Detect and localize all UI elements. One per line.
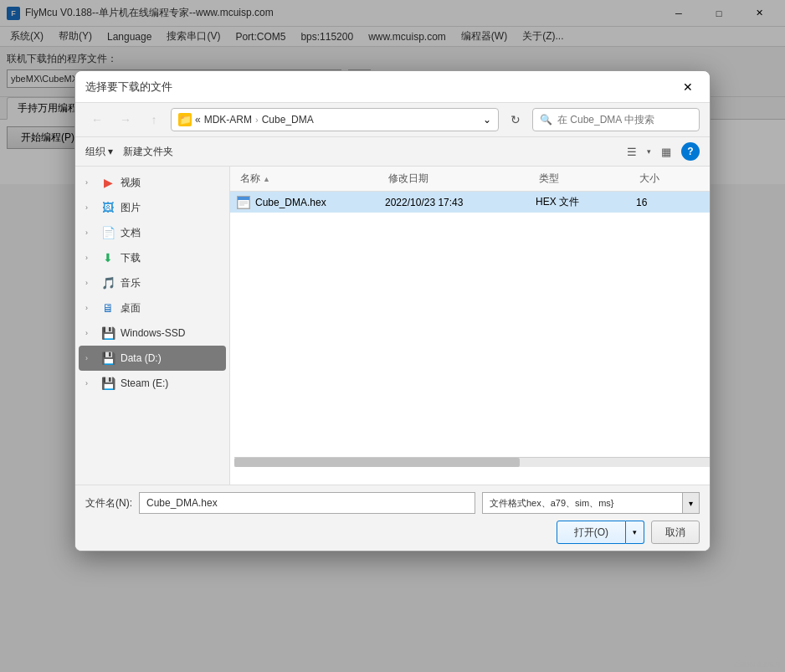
dialog-overlay: 选择要下载的文件 ✕ ← → ↑ 📁 « MDK-ARM › Cube_DMA …	[0, 0, 785, 672]
sidebar-item-image[interactable]: › 🖼 图片	[79, 195, 226, 220]
sidebar-item-label: 图片	[121, 201, 141, 215]
open-btn-wrapper: 打开(O) ▾	[557, 521, 644, 544]
dialog-footer: 文件名(N): ▾ 打开(O) ▾ 取消	[75, 485, 710, 551]
view-grid-button[interactable]: ▦	[654, 141, 678, 162]
sidebar-item-desktop[interactable]: › 🖥 桌面	[79, 295, 226, 321]
video-icon: ▶	[100, 175, 115, 190]
col-header-type[interactable]: 类型	[536, 170, 636, 187]
open-button[interactable]: 打开(O)	[557, 521, 626, 544]
sidebar-item-video[interactable]: › ▶ 视频	[79, 170, 226, 195]
filetype-select[interactable]	[482, 492, 683, 514]
open-dropdown-arrow[interactable]: ▾	[626, 521, 644, 544]
view-list-button[interactable]: ☰	[620, 141, 644, 162]
file-name: Cube_DMA.hex	[255, 197, 326, 208]
sort-icon: ▲	[263, 175, 270, 183]
svg-rect-1	[238, 197, 249, 200]
breadcrumb-current: Cube_DMA	[262, 114, 314, 126]
hex-file-icon	[237, 196, 250, 209]
file-dialog: 选择要下载的文件 ✕ ← → ↑ 📁 « MDK-ARM › Cube_DMA …	[74, 70, 711, 551]
sidebar-item-download[interactable]: › ⬇ 下载	[79, 245, 226, 270]
sidebar-item-label: 桌面	[121, 301, 141, 315]
breadcrumb-parent: MDK-ARM	[204, 114, 252, 126]
horizontal-scrollbar[interactable]	[234, 457, 710, 467]
sidebar-item-label: Steam (E:)	[121, 377, 168, 389]
sidebar-item-label: 下载	[121, 251, 141, 265]
help-button[interactable]: ?	[681, 142, 700, 161]
col-header-size[interactable]: 大小	[636, 170, 703, 187]
watermark: CSDN 4.6/5.0	[733, 660, 780, 669]
sidebar-item-label: 音乐	[121, 276, 141, 290]
search-icon: 🔍	[540, 114, 552, 126]
sidebar-item-label: Data (D:)	[121, 352, 162, 364]
view-dropdown-arrow[interactable]: ▾	[647, 147, 651, 156]
nav-up-button[interactable]: ↑	[142, 108, 166, 131]
toolbar-view-controls: ☰ ▾ ▦ ?	[620, 141, 700, 162]
dialog-title: 选择要下载的文件	[85, 80, 172, 95]
dialog-main: 名称 ▲ 修改日期 类型 大小	[230, 167, 710, 485]
dialog-toolbar: 组织 ▾ 新建文件夹 ☰ ▾ ▦ ?	[75, 137, 710, 167]
chevron-icon: ›	[85, 354, 95, 362]
sidebar-item-music[interactable]: › 🎵 音乐	[79, 270, 226, 295]
sidebar-item-label: 文档	[121, 226, 141, 240]
new-folder-button[interactable]: 新建文件夹	[123, 141, 173, 162]
data-d-icon: 💾	[100, 351, 115, 366]
chevron-icon: ›	[85, 178, 95, 187]
col-header-modified[interactable]: 修改日期	[385, 170, 536, 187]
dialog-title-bar: 选择要下载的文件 ✕	[75, 71, 710, 103]
filetype-wrapper: ▾	[482, 492, 700, 514]
col-header-name[interactable]: 名称 ▲	[237, 170, 385, 187]
breadcrumb-dropdown[interactable]: ⌄	[483, 114, 491, 126]
sidebar-item-windows-ssd[interactable]: › 💾 Windows-SSD	[79, 321, 226, 346]
chevron-icon: ›	[85, 279, 95, 287]
music-icon: 🎵	[100, 275, 115, 290]
sidebar-item-label: Windows-SSD	[121, 327, 185, 339]
search-box: 🔍	[532, 108, 700, 131]
dialog-sidebar: › ▶ 视频 › 🖼 图片 › 📄 文档 › ⬇ 下载	[75, 167, 230, 485]
file-type: HEX 文件	[536, 195, 636, 209]
filename-row: 文件名(N): ▾	[85, 492, 700, 514]
nav-forward-button[interactable]: →	[114, 108, 137, 131]
chevron-icon: ›	[85, 379, 95, 387]
refresh-button[interactable]: ↻	[504, 108, 527, 131]
file-name-cell: Cube_DMA.hex	[237, 196, 385, 209]
cancel-button[interactable]: 取消	[651, 521, 700, 544]
breadcrumb-separator: ›	[255, 115, 259, 125]
sidebar-item-label: 视频	[121, 176, 141, 190]
dialog-nav: ← → ↑ 📁 « MDK-ARM › Cube_DMA ⌄ ↻ 🔍	[75, 103, 710, 137]
breadcrumb-folder-icon: 📁	[178, 113, 192, 126]
footer-buttons: 打开(O) ▾ 取消	[85, 521, 700, 544]
organize-button[interactable]: 组织 ▾	[85, 141, 113, 162]
chevron-icon: ›	[85, 228, 95, 237]
download-icon: ⬇	[100, 250, 115, 265]
dialog-close-button[interactable]: ✕	[676, 75, 700, 99]
desktop-icon: 🖥	[100, 300, 115, 315]
steam-e-icon: 💾	[100, 376, 115, 391]
nav-back-button[interactable]: ←	[85, 108, 109, 131]
file-size: 16	[636, 197, 703, 208]
filename-label: 文件名(N):	[85, 496, 132, 510]
chevron-icon: ›	[85, 329, 95, 337]
sidebar-item-document[interactable]: › 📄 文档	[79, 220, 226, 245]
chevron-icon: ›	[85, 304, 95, 312]
file-list-header: 名称 ▲ 修改日期 类型 大小	[230, 167, 710, 192]
chevron-icon: ›	[85, 254, 95, 262]
chevron-icon: ›	[85, 203, 95, 212]
windows-ssd-icon: 💾	[100, 326, 115, 341]
file-modified: 2022/10/23 17:43	[385, 197, 536, 208]
filetype-dropdown-arrow[interactable]: ▾	[683, 492, 700, 514]
filename-input[interactable]	[139, 492, 475, 514]
breadcrumb-prefix: «	[195, 114, 201, 126]
image-icon: 🖼	[100, 200, 115, 215]
file-row[interactable]: Cube_DMA.hex 2022/10/23 17:43 HEX 文件 16	[230, 192, 710, 213]
breadcrumb-bar[interactable]: 📁 « MDK-ARM › Cube_DMA ⌄	[171, 108, 499, 131]
sidebar-item-steam-e[interactable]: › 💾 Steam (E:)	[79, 371, 226, 396]
sidebar-item-data-d[interactable]: › 💾 Data (D:)	[79, 346, 226, 371]
dialog-body: › ▶ 视频 › 🖼 图片 › 📄 文档 › ⬇ 下载	[75, 167, 710, 485]
document-icon: 📄	[100, 225, 115, 240]
search-input[interactable]	[557, 114, 692, 126]
